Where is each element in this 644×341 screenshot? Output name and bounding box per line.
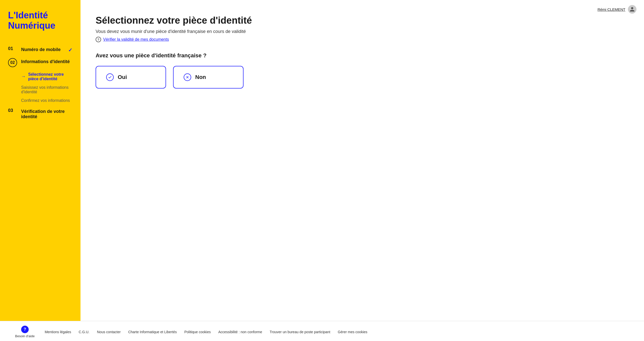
main-content: Rémi CLEMENT Sélectionnez votre pièce d'…	[80, 0, 644, 321]
footer-link-cookies[interactable]: Politique cookies	[184, 330, 211, 334]
logo-text: L'Identité Numérique	[8, 10, 72, 31]
validity-link-row: ? Vérifier la validité de mes documents	[96, 37, 629, 42]
no-x-icon	[184, 73, 191, 81]
sidebar: L'Identité Numérique 01 Numéro de mobile…	[0, 0, 80, 321]
footer: ? Besoin d'aide Mentions légales C.G.U. …	[0, 321, 644, 341]
footer-link-contact[interactable]: Nous contacter	[97, 330, 121, 334]
options-row: Oui Non	[96, 66, 629, 89]
info-icon: ?	[96, 37, 101, 42]
help-icon: ?	[21, 326, 29, 333]
footer-link-bureau[interactable]: Trouver un bureau de poste participant	[270, 330, 330, 334]
user-name[interactable]: Rémi CLEMENT	[597, 7, 625, 12]
option-yes-label: Oui	[118, 74, 127, 80]
option-no-card[interactable]: Non	[173, 66, 244, 89]
footer-link-gerer-cookies[interactable]: Gérer mes cookies	[338, 330, 367, 334]
sub-steps: → Sélectionnez votre pièce d'identité Sa…	[21, 72, 72, 103]
footer-link-cgu[interactable]: C.G.U.	[79, 330, 90, 334]
option-yes-card[interactable]: Oui	[96, 66, 166, 89]
user-avatar[interactable]	[628, 5, 636, 14]
step-3-number: 03	[8, 108, 17, 113]
step-3: 03 Vérification de votre identité	[8, 108, 72, 119]
step-1: 01 Numéro de mobile ✓	[8, 46, 72, 53]
page-subtitle: Vous devez vous munir d'une pièce d'iden…	[96, 29, 629, 34]
step-2: 02 Informations d'identité	[8, 58, 72, 67]
step-3-label: Vérification de votre identité	[21, 108, 72, 119]
header-bar: Rémi CLEMENT	[597, 5, 636, 14]
step-1-label: Numéro de mobile	[21, 46, 61, 52]
page-title: Sélectionnez votre pièce d'identité	[96, 15, 629, 26]
sub-step-enter-info: Saisissez vos informations d'identité	[21, 85, 72, 94]
step-1-number: 01	[8, 46, 17, 51]
logo: L'Identité Numérique	[8, 10, 72, 31]
footer-link-charte[interactable]: Charte Informatique et Libertés	[128, 330, 177, 334]
validity-link[interactable]: Vérifier la validité de mes documents	[103, 37, 169, 42]
yes-check-icon	[106, 73, 114, 81]
footer-links: Mentions légales C.G.U. Nous contacter C…	[45, 330, 368, 334]
step-1-check: ✓	[68, 46, 72, 53]
option-no-label: Non	[195, 74, 206, 80]
step-2-number: 02	[8, 58, 17, 67]
footer-link-accessibilite[interactable]: Accessibilité : non conforme	[218, 330, 262, 334]
footer-link-mentions[interactable]: Mentions légales	[45, 330, 71, 334]
sub-step-select-id: → Sélectionnez votre pièce d'identité	[21, 72, 72, 81]
help-button[interactable]: ? Besoin d'aide	[15, 326, 35, 338]
help-label: Besoin d'aide	[15, 334, 35, 338]
question-label: Avez vous une pièce d'identité française…	[96, 52, 629, 59]
step-2-label: Informations d'identité	[21, 58, 70, 64]
steps-navigation: 01 Numéro de mobile ✓ 02 Informations d'…	[8, 46, 72, 124]
sub-step-confirm-info: Confirmez vos informations	[21, 98, 72, 103]
arrow-icon: →	[21, 74, 26, 79]
